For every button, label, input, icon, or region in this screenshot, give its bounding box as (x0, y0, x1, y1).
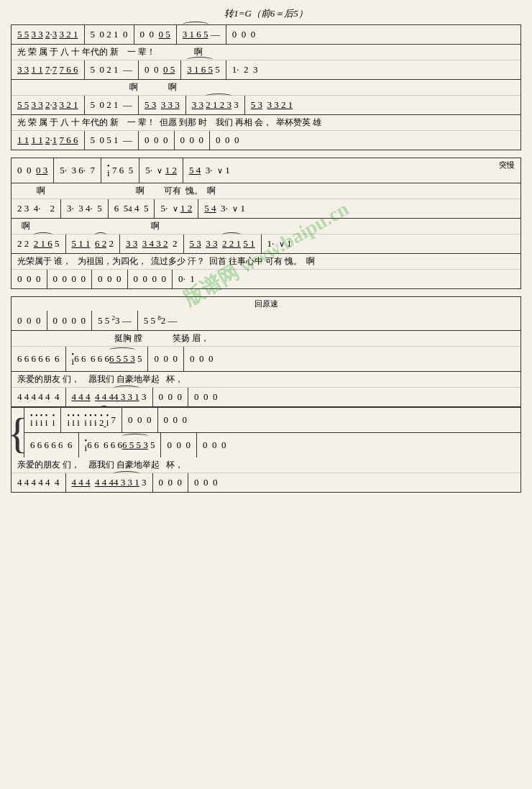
lyric-1-3: 光 荣 属 于 八 十 年代的 新 一 辈！ 但愿 到那 时 我们 再相 会， … (12, 115, 520, 130)
music-row-2-3: 2 2 2 1 6 5 5 1 1 6 2 2 3 3 3 4 3 2 2 (12, 234, 520, 254)
cell-2-4-1: 0 0 0 (12, 270, 47, 288)
music-row-3-1: 0 0 0 0 0 0 0 5 5 23 — 5 5 82 — (12, 311, 520, 331)
cell-2-1-2: 5· 3 6· 7 (54, 158, 101, 183)
brace-row-1: i i i i i i i i i i i (24, 408, 520, 433)
lyric-2-3: 光荣属于 谁， 为祖国，为四化， 流过多少 汗？ 回首 往事心中 可有 愧。 啊 (12, 254, 520, 269)
lyric-row-2-1: 啊 啊 可有 愧。 啊 (12, 183, 520, 199)
music-row-1-2: 3 3 1 1 7·7 7 6 6 5 0 2 1 — 0 0 0 5 3 1 … (12, 60, 520, 80)
cell-1-1-1: 5 5 3 3 2·3 3 2 1 (12, 25, 85, 44)
brace-cell-2-1: 6 6 6 6 6 6 (24, 433, 79, 457)
cell-2-2-3: 6 54 4 5 (109, 199, 155, 218)
brace-content: i i i i i i i i i i i (24, 408, 520, 457)
section-2: 突慢 0 0 0 3 5· 3 6· 7 i 7 6 5 5· ∨ 1 2 5 … (11, 158, 521, 289)
cell-2-3-2: 5 1 1 6 2 2 (66, 234, 121, 253)
cell-1-1-2: 5 0 2 1 0 (85, 25, 134, 44)
lyric-2-2: 啊 啊 (12, 219, 520, 234)
lyric-1-2: 啊 啊 (12, 80, 520, 95)
brace-group: { i i i i i i i i (12, 407, 520, 457)
lyric-row-2-2: 啊 啊 (12, 219, 520, 234)
cell-1-3-2: 5 0 2 1 — (85, 96, 139, 114)
header-transpose: 转1=G（前6＝后5） (11, 7, 521, 20)
music-row-2-1: 0 0 0 3 5· 3 6· 7 i 7 6 5 5· ∨ 1 2 5 4 3… (12, 158, 520, 183)
cell-3-1-1: 0 0 0 (12, 311, 47, 330)
lyric-2-1: 啊 啊 可有 愧。 啊 (12, 183, 520, 199)
lyric-row-2-3: 光荣属于 谁， 为祖国，为四化， 流过多少 汗？ 回首 往事心中 可有 愧。 啊 (12, 254, 520, 270)
cell-3-2-4: 0 0 0 (184, 347, 219, 371)
cell-1-3-3: 5 3 3 3 3 (139, 96, 186, 114)
cell-3-1-3: 5 5 23 — (92, 311, 138, 330)
music-row-2-2: 2 3 4· 2 3· 3 4· 5 6 54 4 5 5· ∨ 1 2 5 4… (12, 199, 520, 219)
cell-1-1-4: 3 1 6 5 — (177, 25, 226, 44)
cell-3-2-2: i 6 6 6 6 6 6 5 5 3 5 (66, 347, 149, 371)
music-row-1-1: 5 5 3 3 2·3 3 2 1 5 0 2 1 0 0 0 0 5 3 1 … (12, 25, 520, 45)
cell-2-2-2: 3· 3 4· 5 (61, 199, 109, 218)
lyric-row-3-brace: 亲爱的朋友 们， 愿我们 自豪地举起 杯， (12, 457, 520, 473)
cell-3-3-2: 4 4 4 4 4 4 4 3 3 1 3 (66, 388, 153, 406)
cell-2-3-3: 3 3 3 4 3 2 2 (120, 234, 184, 253)
cell-3-3-4: 0 0 0 (188, 388, 224, 406)
cell-2-2-1: 2 3 4· 2 (12, 199, 61, 218)
brace-cell-1-1: i i i i i (24, 408, 61, 432)
cell-1-1-3: 0 0 0 5 (134, 25, 177, 44)
section-3: 回原速 0 0 0 0 0 0 0 5 5 23 — 5 5 82 — (11, 296, 521, 493)
brace-cell-1-2: i i i i i i 2 i 7 (61, 408, 122, 432)
cell-1-4-2: 5 0 5 1 — (85, 131, 139, 150)
cell-1-3-5: 5 3 3 3 2 1 (245, 96, 299, 114)
brace-cell-2-3: 0 0 0 (161, 433, 197, 457)
cell-3-3-1: 4 4 4 4 4 4 (12, 388, 66, 406)
lyric-1-1: 光 荣 属 于 八 十 年代的 新 一 辈！ 啊 (12, 45, 520, 60)
lyric-row-3-2: 亲爱的朋友 们， 愿我们 自豪地举起 杯， (12, 372, 520, 388)
cell-1-3-4: 3 3 2 1 2 3 3 (186, 96, 245, 114)
cell-2-4-2: 0 0 0 0 (47, 270, 93, 288)
cell-2-2-5: 5 4 3· ∨ 1 (198, 199, 251, 218)
cell-3-2-3: 0 0 0 (148, 347, 184, 371)
cell-1-2-4: 3 1 6 5 5 (181, 60, 226, 79)
brace-row-2: 6 6 6 6 6 6 i 6 6 6 6 6 6 5 5 3 5 0 0 0 … (24, 433, 520, 457)
lyric-3-1: 挺胸 膛 笑扬 眉， (12, 331, 520, 346)
brace-cell-2-4: 0 0 0 (197, 433, 232, 457)
cell-1-4-5: 0 0 0 (210, 131, 245, 150)
cell-3-2-1: 6 6 6 6 6 6 (12, 347, 66, 371)
cell-1-2-3: 0 0 0 5 (139, 60, 181, 79)
cell-1-4-4: 0 0 0 (175, 131, 211, 150)
cell-2-2-4: 5· ∨ 1 2 (155, 199, 198, 218)
cell-2-1-5: 5 4 3· ∨ 1 (183, 158, 236, 183)
cell-1-2-5: 1· 2 3 (226, 60, 264, 79)
slower-mark: 突慢 (499, 160, 515, 170)
lyric-row-1-1: 光 荣 属 于 八 十 年代的 新 一 辈！ 啊 (12, 45, 520, 60)
brace-cell-2-2: i 6 6 6 6 6 6 5 5 3 5 (79, 433, 162, 457)
return-mark: 回原速 (12, 297, 520, 311)
lyric-row-3-1: 挺胸 膛 笑扬 眉， (12, 331, 520, 347)
cell-2-4-5: 0· 1 (173, 270, 201, 288)
section-1: 5 5 3 3 2·3 3 2 1 5 0 2 1 0 0 0 0 5 3 1 … (11, 24, 521, 150)
cell-3-l-3: 0 0 0 (153, 473, 189, 492)
cell-3-1-2: 0 0 0 0 (47, 311, 93, 330)
music-row-2-4: 0 0 0 0 0 0 0 0 0 0 0 0 0 0 0· 1 (12, 270, 520, 288)
music-row-3-3: 4 4 4 4 4 4 4 4 4 4 4 4 4 3 3 1 3 0 0 0 … (12, 388, 520, 407)
lyric-3-brace: 亲爱的朋友 们， 愿我们 自豪地举起 杯， (12, 457, 520, 473)
lyric-row-1-3: 光 荣 属 于 八 十 年代的 新 一 辈！ 但愿 到那 时 我们 再相 会， … (12, 115, 520, 131)
music-row-1-4: 1 1 1 1 2·1 7 6 6 5 0 5 1 — 0 0 0 0 0 0 … (12, 131, 520, 150)
music-row-1-3: 5 5 3 3 2·3 3 2 1 5 0 2 1 — 5 3 3 3 3 3 … (12, 96, 520, 115)
cell-2-1-3: i 7 6 5 (101, 158, 139, 183)
cell-2-3-4: 5 3 3 3 2 2 1 5 1 (184, 234, 262, 253)
cell-3-l-4: 0 0 0 (188, 473, 224, 492)
cell-2-1-1: 0 0 0 3 (12, 158, 54, 183)
cell-3-l-1: 4 4 4 4 4 4 (12, 473, 66, 492)
cell-2-1-4: 5· ∨ 1 2 (139, 158, 183, 183)
cell-2-3-5: 1· ∨ 1 (262, 234, 298, 253)
cell-1-4-3: 0 0 0 (139, 131, 175, 150)
cell-2-3-1: 2 2 2 1 6 5 (12, 234, 66, 253)
cell-1-4-1: 1 1 1 1 2·1 7 6 6 (12, 131, 85, 150)
lyric-row-1-2: 啊 啊 (12, 80, 520, 96)
cell-1-2-1: 3 3 1 1 7·7 7 6 6 (12, 60, 85, 79)
cell-3-3-3: 0 0 0 (153, 388, 189, 406)
cell-1-2-2: 5 0 2 1 — (85, 60, 139, 79)
brace-cell-1-3: 0 0 0 (122, 408, 158, 432)
cell-1-3-1: 5 5 3 3 2·3 3 2 1 (12, 96, 85, 114)
brace-cell-1-4: 0 0 0 (158, 408, 193, 432)
cell-2-4-3: 0 0 0 (92, 270, 128, 288)
cell-2-4-4: 0 0 0 0 (128, 270, 173, 288)
music-row-3-2: 6 6 6 6 6 6 i 6 6 6 6 6 6 5 5 3 5 0 0 0 … (12, 347, 520, 372)
music-row-3-last: 4 4 4 4 4 4 4 4 4 4 4 4 4 3 3 1 3 0 0 0 … (12, 473, 520, 492)
